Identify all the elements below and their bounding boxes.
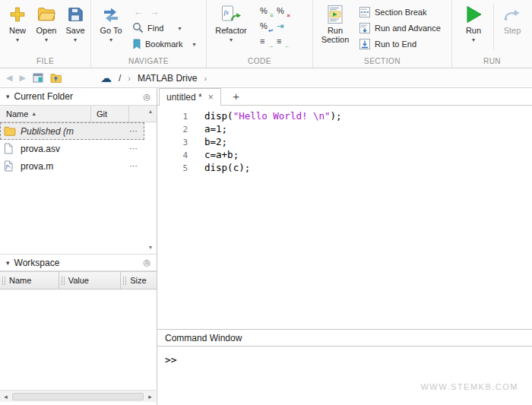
row-menu-icon[interactable]: ⋯: [129, 161, 138, 171]
column-grip-icon: [2, 277, 5, 285]
window-layout-icon[interactable]: [33, 73, 43, 83]
workspace-column-size[interactable]: Size: [121, 271, 157, 290]
step-button-label: Step: [504, 26, 521, 36]
command-prompt: >>: [165, 354, 177, 365]
section-break-label: Section Break: [375, 8, 426, 17]
comment-icon[interactable]: %≡: [258, 5, 274, 19]
editor-area: untitled * × + 1 disp("Hello World! \n")…: [157, 88, 532, 405]
file-row-published[interactable]: Published (m ⋯: [0, 122, 144, 140]
file-group-label: FILE: [0, 57, 90, 65]
column-header-git[interactable]: Git: [91, 106, 129, 122]
file-name-suffix: (m: [63, 126, 74, 137]
command-window: Command Window >> WWW.STEMKB.COM: [157, 329, 532, 405]
file-table-header: Name ▲ Git: [0, 106, 157, 122]
new-tab-button[interactable]: +: [227, 87, 245, 105]
close-tab-icon[interactable]: ×: [208, 93, 214, 102]
indent-left-icon[interactable]: ≡←: [275, 36, 290, 49]
scroll-left-icon[interactable]: ◂: [0, 393, 11, 400]
back-button[interactable]: ◀: [6, 73, 12, 83]
command-window-title[interactable]: Command Window: [157, 330, 532, 346]
collapse-icon[interactable]: ▾: [6, 259, 10, 267]
chevron-down-icon: ▾: [109, 36, 112, 43]
chevron-down-icon: ▾: [178, 25, 181, 32]
column-header-name[interactable]: Name ▲: [0, 106, 91, 122]
refactor-icon: fx: [221, 4, 241, 25]
step-button[interactable]: Step: [497, 2, 527, 52]
run-section-button[interactable]: Run Section: [316, 2, 354, 52]
ribbon-toolbar: New ▾ Open ▾ Save ▾ FI: [0, 0, 532, 68]
search-icon: [132, 22, 144, 33]
open-button[interactable]: Open ▾: [32, 2, 61, 52]
code-line: 1 disp("Hello World! \n");: [157, 110, 532, 123]
file-list-vertical-scrollbar[interactable]: ▴ ▾: [144, 106, 157, 253]
collapse-icon[interactable]: ▾: [6, 93, 10, 100]
navigate-back-icon[interactable]: ←: [132, 6, 144, 17]
goto-icon: [102, 4, 120, 25]
sidebar-horizontal-scrollbar[interactable]: ◂ ▸: [0, 390, 156, 402]
panel-actions-icon[interactable]: ◎: [143, 92, 150, 102]
save-button[interactable]: Save ▾: [61, 2, 90, 52]
file-name: prova.m: [21, 161, 53, 172]
tab-untitled[interactable]: untitled * ×: [159, 88, 221, 106]
run-button[interactable]: Run ▾: [458, 2, 489, 52]
file-list: Published (m ⋯ prova.asv ⋯ prova.m ⋯: [0, 122, 144, 175]
smart-indent-icon[interactable]: ⇥: [275, 21, 290, 34]
column-grip-icon: [62, 277, 65, 285]
run-to-end-button[interactable]: Run to End: [359, 36, 441, 52]
sidebar: ▾ Current Folder ◎ Name ▲ Git Published …: [0, 88, 157, 405]
panel-actions-icon[interactable]: ◎: [143, 258, 150, 267]
code-editor[interactable]: 1 disp("Hello World! \n"); 2 a=1; 3 b=2;…: [157, 106, 532, 329]
ribbon-group-navigate: Go To ▾ ← → Find ▾: [91, 0, 207, 68]
chevron-down-icon: ▾: [16, 36, 19, 43]
bookmark-button[interactable]: Bookmark ▾: [132, 36, 196, 52]
run-and-advance-button[interactable]: Run and Advance: [359, 20, 441, 36]
file-row-prova-m[interactable]: prova.m ⋯: [0, 157, 144, 175]
ribbon-group-section: Run Section Section Break Run and Advanc…: [313, 0, 452, 68]
upload-folder-icon[interactable]: [50, 73, 62, 83]
run-group-label: RUN: [452, 57, 532, 65]
new-button[interactable]: New ▾: [3, 2, 32, 52]
run-and-advance-label: Run and Advance: [375, 24, 441, 33]
cloud-icon[interactable]: ☁: [100, 72, 112, 84]
path-root[interactable]: /: [119, 73, 121, 84]
refactor-button[interactable]: fx Refactor ▾: [211, 2, 251, 52]
code-line: 5 disp(c);: [157, 162, 532, 175]
find-button[interactable]: Find ▾: [132, 20, 196, 36]
file-row-prova-asv[interactable]: prova.asv ⋯: [0, 140, 144, 157]
indent-right-icon[interactable]: ≡→: [258, 36, 274, 49]
section-group-label: SECTION: [313, 57, 451, 65]
scrollbar-thumb[interactable]: [12, 393, 144, 400]
section-break-icon: [359, 6, 371, 18]
chevron-right-icon[interactable]: ›: [204, 74, 207, 83]
chevron-right-icon: ›: [128, 74, 131, 83]
wrap-comments-icon[interactable]: %↵: [258, 21, 274, 34]
run-and-advance-icon: [359, 22, 371, 34]
scroll-right-icon[interactable]: ▸: [144, 393, 156, 400]
chevron-down-icon: ▾: [74, 36, 77, 43]
current-folder-panel-header[interactable]: ▾ Current Folder ◎: [0, 88, 157, 106]
row-menu-icon[interactable]: ⋯: [129, 144, 138, 153]
run-to-end-icon: [359, 38, 371, 50]
workspace-panel-header[interactable]: ▾ Workspace ◎: [0, 254, 157, 271]
scroll-down-icon[interactable]: ▾: [144, 244, 157, 251]
run-icon: [464, 4, 483, 25]
workspace-column-value[interactable]: Value: [59, 271, 122, 290]
section-break-button[interactable]: Section Break: [359, 4, 441, 20]
row-menu-icon[interactable]: ⋯: [129, 126, 138, 136]
new-button-label: New: [9, 26, 26, 36]
step-icon: [503, 4, 521, 25]
command-window-input[interactable]: >>: [157, 346, 532, 365]
file-name: Published: [21, 126, 61, 137]
matlab-file-icon: [4, 160, 19, 172]
breadcrumb-location[interactable]: MATLAB Drive: [138, 73, 197, 84]
navigate-forward-icon[interactable]: →: [148, 6, 160, 17]
folder-icon: [4, 126, 19, 136]
uncomment-icon[interactable]: %×: [275, 5, 290, 19]
line-number: 2: [157, 123, 188, 136]
code-group-label: CODE: [207, 57, 312, 65]
goto-button[interactable]: Go To ▾: [94, 2, 128, 52]
scroll-up-icon[interactable]: ▴: [144, 108, 157, 115]
forward-button[interactable]: ▶: [19, 73, 25, 83]
workspace-column-name[interactable]: Name: [0, 271, 59, 290]
line-number: 1: [157, 110, 188, 123]
